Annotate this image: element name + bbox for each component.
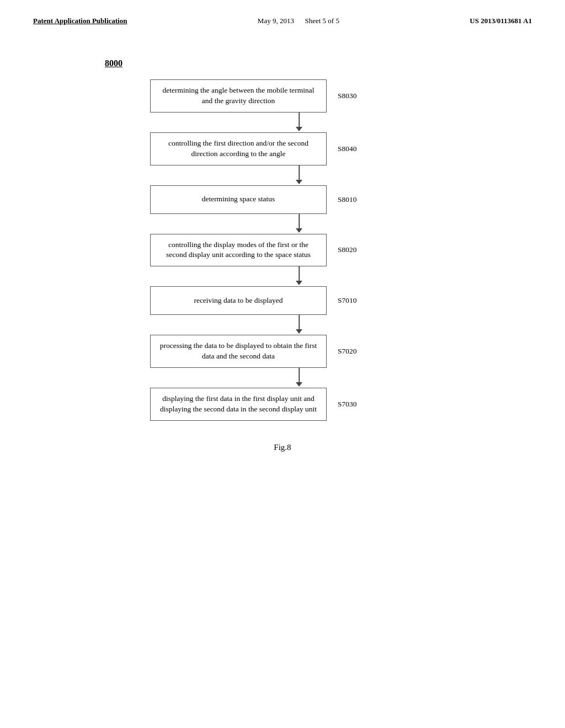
arrow-2 bbox=[211, 165, 387, 185]
flow-label-s8010: S8010 bbox=[338, 195, 357, 204]
header-center: May 9, 2013 Sheet 5 of 5 bbox=[258, 17, 339, 25]
flow-row-4: controlling the display modes of the fir… bbox=[117, 234, 448, 267]
page-header: Patent Application Publication May 9, 20… bbox=[0, 0, 565, 36]
flow-label-s7030: S7030 bbox=[338, 400, 357, 409]
page: Patent Application Publication May 9, 20… bbox=[0, 0, 565, 728]
flow-label-s8030: S8030 bbox=[338, 92, 357, 100]
flow-label-s7020: S7020 bbox=[338, 347, 357, 356]
flow-box-s7010: receiving data to be displayed bbox=[150, 286, 327, 315]
flow-row-2: controlling the first direction and/or t… bbox=[117, 132, 448, 165]
flow-box-s8020: controlling the display modes of the fir… bbox=[150, 234, 327, 267]
flow-box-s8010: determining space status bbox=[150, 185, 327, 214]
flowchart: determining the angle between the mobile… bbox=[117, 79, 448, 421]
flow-label-s7010: S7010 bbox=[338, 296, 357, 305]
header-right: US 2013/0113681 A1 bbox=[470, 17, 532, 25]
flow-row-1: determining the angle between the mobile… bbox=[117, 79, 448, 113]
flow-box-s8030: determining the angle between the mobile… bbox=[150, 79, 327, 113]
flow-box-s8040: controlling the first direction and/or t… bbox=[150, 132, 327, 165]
flow-row-7: displaying the first data in the first d… bbox=[117, 388, 448, 421]
flow-box-s7020: processing the data to be displayed to o… bbox=[150, 335, 327, 368]
flow-row-5: receiving data to be displayed S7010 bbox=[117, 286, 448, 315]
flow-row-3: determining space status S8010 bbox=[117, 185, 448, 214]
arrow-4 bbox=[211, 266, 387, 286]
arrow-3 bbox=[211, 214, 387, 234]
header-left: Patent Application Publication bbox=[33, 17, 127, 25]
diagram-label: 8000 bbox=[105, 58, 122, 68]
figure-label: Fig.8 bbox=[274, 443, 291, 452]
flow-row-6: processing the data to be displayed to o… bbox=[117, 335, 448, 368]
arrow-1 bbox=[211, 113, 387, 132]
flow-label-s8020: S8020 bbox=[338, 245, 357, 254]
arrow-5 bbox=[211, 315, 387, 335]
flow-box-s7030: displaying the first data in the first d… bbox=[150, 388, 327, 421]
diagram-area: 8000 determining the angle between the m… bbox=[0, 36, 565, 463]
flow-label-s8040: S8040 bbox=[338, 144, 357, 153]
arrow-6 bbox=[211, 368, 387, 388]
header-date: May 9, 2013 bbox=[258, 17, 294, 25]
header-sheet: Sheet 5 of 5 bbox=[305, 17, 339, 25]
